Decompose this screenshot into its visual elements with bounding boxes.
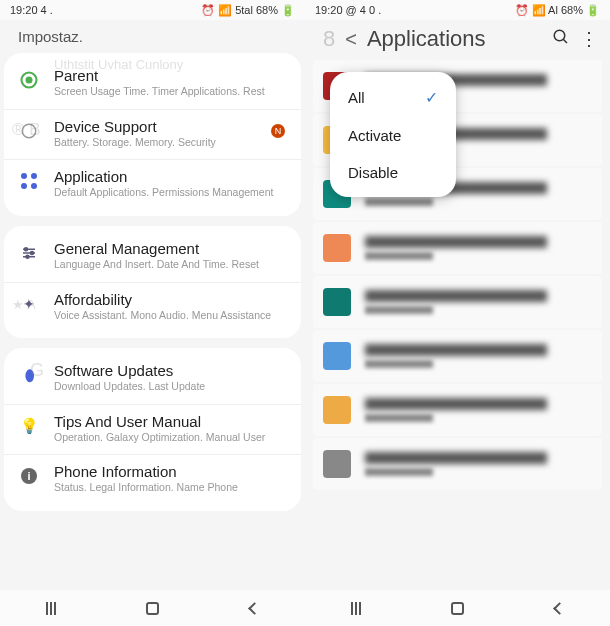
app-size (365, 306, 433, 314)
nav-home[interactable] (132, 596, 172, 620)
filter-activate[interactable]: Activate (330, 117, 456, 154)
settings-header: Impostaz. (0, 20, 305, 49)
setting-subtitle: Voice Assistant. Mono Audio. Menu Assist… (54, 309, 287, 323)
app-name (365, 344, 547, 356)
status-icons: ⏰ 📶 5tal 68% 🔋 (201, 4, 295, 17)
status-icons: ⏰ 📶 Al 68% 🔋 (515, 4, 600, 17)
app-icon (323, 450, 351, 478)
app-icon (323, 342, 351, 370)
setting-subtitle: Screen Usage Time. Timer Applications. R… (54, 85, 287, 99)
nav-recent[interactable] (31, 596, 71, 620)
nav-back[interactable] (539, 596, 579, 620)
setting-general-management[interactable]: General Management Language And Insert. … (4, 232, 301, 282)
status-time: 19:20 4 . (10, 4, 53, 16)
status-bar: 19:20 4 . ⏰ 📶 5tal 68% 🔋 (0, 0, 305, 20)
setting-title: Affordability (54, 291, 287, 308)
app-row[interactable] (313, 222, 602, 274)
nav-bar (0, 590, 305, 626)
app-name (365, 236, 547, 248)
app-name (365, 290, 547, 302)
check-icon: ✓ (425, 88, 438, 107)
settings-group-1: Uthtstit Uvhat Cunlony Parent Screen Usa… (4, 53, 301, 216)
settings-group-3: G ⬮ Software Updates Download Updates. L… (4, 348, 301, 511)
nav-bar (305, 590, 610, 626)
parent-icon (18, 69, 40, 91)
setting-subtitle: Status. Legal Information. Name Phone (54, 481, 287, 495)
app-size (365, 252, 433, 260)
app-row[interactable] (313, 438, 602, 490)
svg-point-2 (22, 124, 36, 138)
setting-tips[interactable]: 💡 Tips And User Manual Operation. Galaxy… (4, 404, 301, 455)
setting-title: Phone Information (54, 463, 287, 480)
notification-badge: N (271, 124, 285, 138)
setting-parent[interactable]: Uthtstit Uvhat Cunlony Parent Screen Usa… (4, 59, 301, 109)
filter-dropdown: All ✓ Activate Disable (330, 72, 456, 197)
setting-software-updates[interactable]: G ⬮ Software Updates Download Updates. L… (4, 354, 301, 404)
more-icon[interactable]: ⋮ (580, 35, 598, 44)
settings-group-2: General Management Language And Insert. … (4, 226, 301, 338)
bulb-icon: 💡 (18, 415, 40, 437)
setting-subtitle: Default Applications. Permissions Manage… (54, 186, 287, 200)
app-row[interactable] (313, 384, 602, 436)
nav-home[interactable] (437, 596, 477, 620)
page-title: Applications (367, 26, 542, 52)
setting-affordability[interactable]: ★ A ✦ Affordability Voice Assistant. Mon… (4, 282, 301, 333)
sliders-icon (18, 242, 40, 264)
app-size (365, 468, 433, 476)
status-time: 19:20 @ 4 0 . (315, 4, 381, 16)
app-icon (323, 234, 351, 262)
app-icon (323, 396, 351, 424)
svg-point-8 (26, 255, 29, 258)
svg-point-9 (554, 30, 565, 41)
status-bar: 19:20 @ 4 0 . ⏰ 📶 Al 68% 🔋 (305, 0, 610, 20)
apps-icon (18, 170, 40, 192)
setting-title: Software Updates (54, 362, 287, 379)
back-button[interactable]: < (345, 28, 357, 51)
setting-phone-info[interactable]: i Phone Information Status. Legal Inform… (4, 454, 301, 505)
app-size (365, 414, 433, 422)
app-row[interactable] (313, 330, 602, 382)
nav-recent[interactable] (336, 596, 376, 620)
app-icon (323, 288, 351, 316)
svg-point-7 (31, 251, 34, 254)
setting-subtitle: Download Updates. Last Update (54, 380, 287, 394)
update-icon: ⬮ (18, 364, 40, 386)
setting-title: Application (54, 168, 287, 185)
app-size (365, 198, 433, 206)
setting-subtitle: Battery. Storage. Memory. Security (54, 136, 287, 150)
settings-screen: 19:20 4 . ⏰ 📶 5tal 68% 🔋 Impostaz. Uthts… (0, 0, 305, 626)
setting-title: General Management (54, 240, 287, 257)
setting-device-support[interactable]: ® B Device Support Battery. Storage. Mem… (4, 109, 301, 160)
device-icon (18, 120, 40, 142)
app-size (365, 360, 433, 368)
setting-application[interactable]: Application Default Applications. Permis… (4, 159, 301, 210)
setting-subtitle: Operation. Galaxy Optimization. Manual U… (54, 431, 287, 445)
svg-point-6 (25, 248, 28, 251)
svg-line-10 (563, 39, 567, 43)
search-icon[interactable] (552, 28, 570, 50)
setting-title: Device Support (54, 118, 287, 135)
filter-all[interactable]: All ✓ (330, 78, 456, 117)
svg-point-1 (27, 78, 32, 83)
accessibility-icon: ✦ (18, 293, 40, 315)
setting-title: Parent (54, 67, 287, 84)
nav-back[interactable] (234, 596, 274, 620)
setting-subtitle: Language And Insert. Date And Time. Rese… (54, 258, 287, 272)
settings-list[interactable]: Uthtstit Uvhat Cunlony Parent Screen Usa… (0, 49, 305, 590)
app-name (365, 398, 547, 410)
app-row[interactable] (313, 276, 602, 328)
filter-disable[interactable]: Disable (330, 154, 456, 191)
info-icon: i (18, 465, 40, 487)
setting-title: Tips And User Manual (54, 413, 287, 430)
apps-header: 8 < Applications ⋮ (305, 20, 610, 60)
app-name (365, 452, 547, 464)
